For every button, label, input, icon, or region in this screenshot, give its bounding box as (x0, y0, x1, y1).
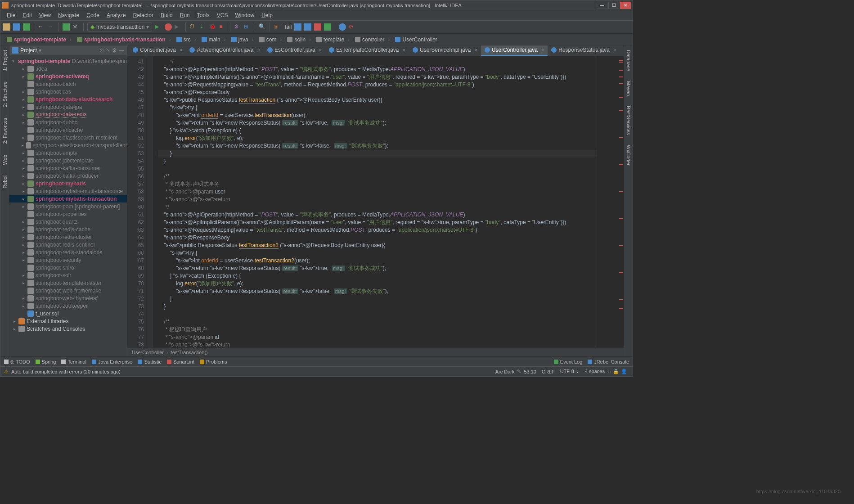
tree-item-springboot-quartz[interactable]: ▸springboot-quartz (9, 218, 127, 225)
tab-EsController.java[interactable]: EsController.java× (264, 45, 325, 56)
left-tool-Rebel[interactable]: Rebel (1, 173, 9, 191)
left-tool-1: Project[interactable]: 1: Project (1, 47, 9, 73)
tree-item-springboot-mybatis-mutil-datasource[interactable]: ▸springboot-mybatis-mutil-datasource (9, 187, 127, 195)
tab-EsTemplateController.java[interactable]: EsTemplateController.java× (325, 45, 409, 56)
tool4-icon[interactable] (324, 23, 331, 31)
code-editor[interactable]: */ "s-anno">@ApiOperation(httpMethod = "… (153, 56, 597, 347)
bottom-tool-JRebel Console[interactable]: JRebel Console (588, 359, 629, 364)
bottom-tool-6: TODO[interactable]: 6: TODO (4, 359, 30, 364)
breadcrumb-src[interactable]: src (174, 36, 199, 43)
tree-item-t_user.sql[interactable]: t_user.sql (9, 310, 127, 317)
open-icon[interactable] (3, 23, 10, 31)
error-stripe[interactable] (597, 56, 624, 347)
breadcrumb-java[interactable]: java (229, 36, 256, 43)
menu-tools[interactable]: Tools (194, 11, 212, 19)
locate-icon[interactable]: ⊙ (99, 47, 104, 54)
status-warning-icon[interactable]: ⚠ (4, 369, 9, 374)
tree-item-springboot-dubbo[interactable]: ▸springboot-dubbo (9, 118, 127, 126)
status-indent[interactable]: 4 spaces ≑ (582, 369, 613, 374)
build-icon[interactable] (63, 23, 70, 31)
breadcrumb-solin[interactable]: solin (284, 36, 314, 43)
settings-icon[interactable]: ⚙ (234, 23, 241, 31)
menu-window[interactable]: Window (232, 11, 257, 19)
tree-item-springboot-template-master[interactable]: ▸springboot-template-master (9, 279, 127, 287)
bug-icon[interactable]: 🐞 (209, 23, 216, 31)
menu-build[interactable]: Build (158, 11, 175, 19)
project-tree[interactable]: ▾springboot-template D:\work\Templete\sp… (9, 55, 127, 356)
tree-item-springboot-data-redis[interactable]: ▸springboot-data-redis (9, 111, 127, 118)
tree-item-springboot-properties[interactable]: springboot-properties (9, 210, 127, 218)
stop-button-icon[interactable]: ■ (219, 23, 226, 31)
bottom-tool-Statistic[interactable]: Statistic (138, 359, 162, 364)
bottom-tool-Java Enterprise[interactable]: Java Enterprise (92, 359, 132, 364)
tree-item-springboot-mybatis-transaction[interactable]: ▸springboot-mybatis-transaction (9, 195, 127, 202)
tree-item-springboot-security[interactable]: ▸springboot-security (9, 256, 127, 264)
tree-item-springboot-web-framemake[interactable]: springboot-web-framemake (9, 287, 127, 294)
tree-item-springboot-elasticsearch-restclient[interactable]: ▸springboot-elasticsearch-restclient (9, 134, 127, 141)
jrebel-icon[interactable] (339, 23, 346, 31)
status-line-ending[interactable]: CRLF (539, 369, 557, 374)
tab-Consumer.java[interactable]: Consumer.java× (129, 45, 186, 56)
block-icon[interactable]: ⊘ (349, 23, 356, 31)
menu-code[interactable]: Code (84, 11, 102, 19)
tree-item-springboot-zookeeper[interactable]: ▸springboot-zookeeper (9, 302, 127, 310)
theme-icon[interactable]: ✎ (517, 369, 521, 374)
tree-item-springboot-elasticsearch-transportclient[interactable]: ▸springboot-elasticsearch-transportclien… (9, 141, 127, 149)
target-icon[interactable]: ◎ (274, 23, 281, 31)
readonly-lock-icon[interactable]: 🔒 (613, 369, 619, 374)
tree-item-springboot-batch[interactable]: springboot-batch (9, 80, 127, 88)
hammer-icon[interactable]: ⚒ (72, 23, 80, 31)
tree-item-.idea[interactable]: ▸.idea (9, 65, 127, 72)
close-tab-icon[interactable]: × (474, 47, 477, 53)
tree-item-springboot-redis-cluster[interactable]: ▸springboot-redis-cluster (9, 233, 127, 241)
menu-edit[interactable]: Edit (20, 11, 35, 19)
tree-item-springboot-empty[interactable]: ▸springboot-empty (9, 149, 127, 157)
tree-external-libs[interactable]: ▸External Libraries (9, 317, 127, 325)
tree-item-springboot-jdbctemplate[interactable]: ▸springboot-jdbctemplate (9, 157, 127, 164)
tree-item-springboot-data-elasticsearch[interactable]: ▸springboot-data-elasticsearch (9, 95, 127, 103)
right-tool-WxCoder[interactable]: WxCoder (625, 142, 632, 168)
attach-icon[interactable]: ⇣ (199, 23, 207, 31)
tree-item-springboot-shiro[interactable]: springboot-shiro (9, 264, 127, 271)
bottom-tool-Event Log[interactable]: Event Log (554, 359, 583, 364)
status-caret-position[interactable]: 53:10 (521, 369, 539, 374)
left-tool-Web[interactable]: Web (1, 152, 9, 167)
tool1-icon[interactable] (294, 23, 301, 31)
back-icon[interactable]: ← (38, 23, 45, 31)
right-tool-Maven[interactable]: Maven (625, 78, 632, 99)
breadcrumb-springboot-template[interactable]: springboot-template (4, 36, 74, 43)
tree-scratches[interactable]: ▸Scratches and Consoles (9, 325, 127, 333)
breadcrumb-com[interactable]: com (256, 36, 285, 43)
tree-item-springboot-pom [springboot-parent][interactable]: ▸springboot-pom [springboot-parent] (9, 202, 127, 210)
close-tab-icon[interactable]: × (403, 47, 405, 53)
menu-file[interactable]: File (4, 11, 18, 19)
menu-vcs[interactable]: VCS (214, 11, 231, 19)
close-tab-icon[interactable]: × (541, 47, 544, 53)
tree-item-springboot-web-thymeleaf[interactable]: ▸springboot-web-thymeleaf (9, 294, 127, 302)
run-coverage-icon[interactable]: ▶ (175, 23, 182, 31)
bottom-tool-Spring[interactable]: Spring (36, 359, 56, 364)
run-button-icon[interactable]: ▶ (155, 23, 162, 31)
tab-ActivemqController.java[interactable]: ActivemqController.java× (186, 45, 264, 56)
hide-icon[interactable]: — (119, 47, 124, 54)
tab-UserController.java[interactable]: UserController.java× (481, 45, 548, 56)
tree-item-springboot-kafka-consumer[interactable]: ▸springboot-kafka-consumer (9, 164, 127, 172)
close-tab-icon[interactable]: × (180, 47, 182, 53)
save-icon[interactable] (13, 23, 20, 31)
close-tab-icon[interactable]: × (319, 47, 322, 53)
left-tool-2: Favorites[interactable]: 2: Favorites (1, 115, 9, 146)
tree-item-springboot-solr[interactable]: ▸springboot-solr (9, 271, 127, 279)
tree-item-springboot-kafka-producer[interactable]: ▸springboot-kafka-producer (9, 172, 127, 180)
bottom-tool-Problems[interactable]: Problems (200, 359, 227, 364)
tree-item-springboot-mybatis[interactable]: ▸springboot-mybatis (9, 180, 127, 187)
tree-item-springboot-cas[interactable]: ▸springboot-cas (9, 88, 127, 95)
close-tab-icon[interactable]: × (257, 47, 260, 53)
collapse-icon[interactable]: ⇲ (106, 47, 110, 54)
search-icon[interactable]: 🔍 (259, 23, 266, 31)
menu-refactor[interactable]: Refactor (130, 11, 156, 19)
tree-item-springboot-ehcache[interactable]: springboot-ehcache (9, 126, 127, 134)
menu-view[interactable]: View (36, 11, 54, 19)
tool2-icon[interactable] (304, 23, 311, 31)
structure-icon[interactable]: ⊞ (244, 23, 251, 31)
left-tool-2: Structure[interactable]: 2: Structure (1, 79, 9, 110)
